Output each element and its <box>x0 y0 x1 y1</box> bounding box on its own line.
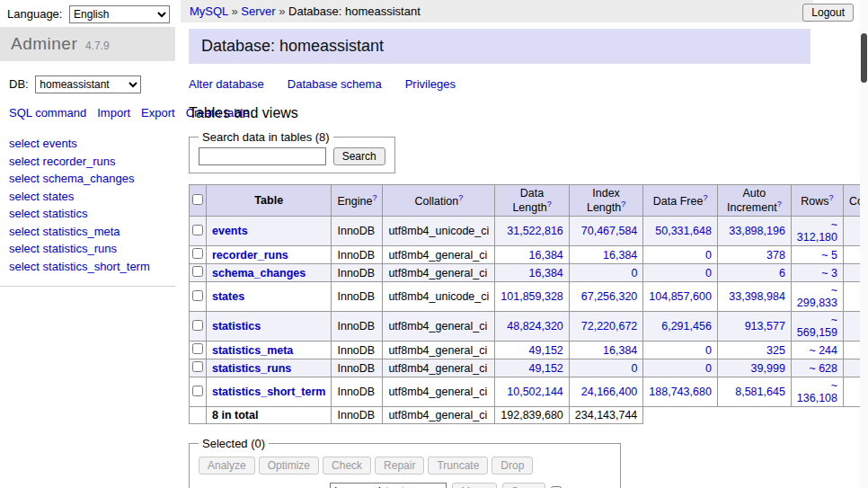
db-action-link[interactable]: Privileges <box>405 77 456 91</box>
row-checkbox[interactable] <box>192 386 203 396</box>
data-length-cell: 10,502,144 <box>495 377 570 407</box>
bulk-repair-button[interactable]: Repair <box>375 457 424 475</box>
move-button[interactable]: Move <box>452 483 496 488</box>
index-length-link[interactable]: 72,220,672 <box>581 320 638 333</box>
bulk-truncate-button[interactable]: Truncate <box>428 457 488 475</box>
data-free-link[interactable]: 6,291,456 <box>661 320 712 333</box>
index-length-link[interactable]: 16,384 <box>603 249 637 262</box>
sidebar-table-link[interactable]: select statistics <box>9 205 166 223</box>
row-checkbox[interactable] <box>192 248 203 259</box>
db-action-link[interactable]: Database schema <box>288 77 382 91</box>
index-length-link[interactable]: 24,166,400 <box>581 386 638 398</box>
bulk-check-button[interactable]: Check <box>323 457 371 475</box>
column-hint-link[interactable]: ? <box>621 200 625 209</box>
auto-increment-link[interactable]: 33,398,984 <box>729 290 785 303</box>
search-button[interactable]: Search <box>333 147 385 165</box>
auto-increment-link[interactable]: 913,577 <box>745 320 785 333</box>
column-header-auto-increment: Auto Increment? <box>717 185 791 217</box>
sidebar-table-link[interactable]: select events <box>9 135 166 153</box>
table-name-link[interactable]: statistics <box>212 320 261 333</box>
index-length-link[interactable]: 16,384 <box>603 344 637 357</box>
row-checkbox[interactable] <box>192 225 203 235</box>
rows-count-link[interactable]: ~ 312,180 <box>797 218 837 244</box>
data-length-link[interactable]: 101,859,328 <box>500 290 563 303</box>
column-hint-link[interactable]: ? <box>547 200 552 209</box>
sidebar-table-link[interactable]: select schema_changes <box>9 170 166 188</box>
data-length-link[interactable]: 49,152 <box>529 344 563 357</box>
logout-button[interactable]: Logout <box>802 4 854 22</box>
rows-count-link[interactable]: ~ 136,108 <box>797 379 837 404</box>
select-all-checkbox[interactable] <box>192 194 203 205</box>
auto-increment-link[interactable]: 8,581,645 <box>735 386 785 398</box>
move-db-select[interactable]: homeassistant <box>330 483 447 488</box>
scrollbar[interactable] <box>860 0 868 488</box>
data-length-link[interactable]: 10,502,144 <box>507 386 563 398</box>
row-checkbox[interactable] <box>192 266 203 277</box>
language-select[interactable]: English <box>69 5 170 23</box>
auto-increment-link[interactable]: 6 <box>779 267 785 279</box>
row-checkbox[interactable] <box>192 290 203 301</box>
db-select[interactable]: homeassistant <box>35 75 141 93</box>
bulk-optimize-button[interactable]: Optimize <box>259 457 319 475</box>
row-checkbox[interactable] <box>192 361 203 372</box>
data-free-link[interactable]: 0 <box>705 267 712 279</box>
data-free-link[interactable]: 0 <box>705 344 712 357</box>
table-name-link[interactable]: recorder_runs <box>212 249 288 262</box>
row-checkbox[interactable] <box>192 320 203 331</box>
index-length-link[interactable]: 70,467,584 <box>581 225 638 237</box>
column-hint-link[interactable]: ? <box>372 193 376 202</box>
data-free-link[interactable]: 50,331,648 <box>655 225 712 237</box>
sidebar-table-link[interactable]: select statistics_short_term <box>9 258 166 276</box>
rows-count-link[interactable]: ~ 299,833 <box>797 284 837 309</box>
auto-increment-link[interactable]: 325 <box>766 344 785 357</box>
rows-count-link[interactable]: ~ 3 <box>821 267 837 279</box>
rows-count-link[interactable]: ~ 244 <box>809 344 837 357</box>
data-free-link[interactable]: 0 <box>705 362 712 375</box>
auto-increment-link[interactable]: 39,999 <box>751 362 785 375</box>
sidebar-action-link[interactable]: Import <box>97 106 130 120</box>
table-name-link[interactable]: statistics_runs <box>212 362 291 375</box>
breadcrumb-item[interactable]: Server <box>241 4 275 18</box>
row-checkbox[interactable] <box>192 343 203 354</box>
bulk-drop-button[interactable]: Drop <box>492 457 533 475</box>
index-length-link[interactable]: 0 <box>631 267 637 279</box>
index-length-link[interactable]: 0 <box>631 362 637 375</box>
sidebar-table-link[interactable]: select statistics_runs <box>9 240 166 258</box>
rows-count-link[interactable]: ~ 569,159 <box>797 314 837 339</box>
column-hint-link[interactable]: ? <box>703 193 707 202</box>
data-length-link[interactable]: 16,384 <box>529 267 563 279</box>
table-name-link[interactable]: schema_changes <box>212 267 306 279</box>
rows-count-link[interactable]: ~ 628 <box>809 362 837 375</box>
sidebar-table-link[interactable]: select statistics_meta <box>9 223 166 241</box>
bulk-analyze-button[interactable]: Analyze <box>199 457 255 475</box>
db-action-link[interactable]: Alter database <box>189 77 264 91</box>
search-input[interactable] <box>199 147 326 165</box>
sidebar-table-link[interactable]: select states <box>9 188 166 206</box>
table-name-link[interactable]: statistics_short_term <box>212 386 325 398</box>
table-name-link[interactable]: statistics_meta <box>212 344 293 357</box>
table-name-link[interactable]: states <box>212 290 244 303</box>
breadcrumb-item[interactable]: MySQL <box>190 4 228 18</box>
column-hint-link[interactable]: ? <box>829 193 834 202</box>
data-free-link[interactable]: 0 <box>705 249 712 262</box>
data-length-link[interactable]: 16,384 <box>529 249 563 262</box>
sidebar-table-link[interactable]: select recorder_runs <box>9 153 166 171</box>
copy-button[interactable]: Copy <box>502 483 545 488</box>
column-hint-link[interactable]: ? <box>458 193 463 202</box>
data-free-link[interactable]: 104,857,600 <box>649 290 712 303</box>
data-free-link[interactable]: 188,743,680 <box>649 386 712 398</box>
auto-increment-link[interactable]: 33,898,196 <box>729 225 785 237</box>
sidebar-action-link[interactable]: Export <box>141 106 175 120</box>
data-length-link[interactable]: 31,522,816 <box>507 225 563 237</box>
column-header-rows: Rows? <box>791 185 843 217</box>
scrollbar-thumb[interactable] <box>861 33 867 83</box>
index-length-link[interactable]: 67,256,320 <box>581 290 638 303</box>
sidebar-action-link[interactable]: SQL command <box>9 106 86 120</box>
data-length-link[interactable]: 49,152 <box>529 362 563 375</box>
auto-increment-link[interactable]: 378 <box>766 249 785 262</box>
total-engine-cell: InnoDB <box>332 407 383 424</box>
data-length-link[interactable]: 48,824,320 <box>507 320 563 333</box>
column-hint-link[interactable]: ? <box>777 200 782 209</box>
table-name-link[interactable]: events <box>212 225 248 237</box>
rows-count-link[interactable]: ~ 5 <box>821 249 837 262</box>
